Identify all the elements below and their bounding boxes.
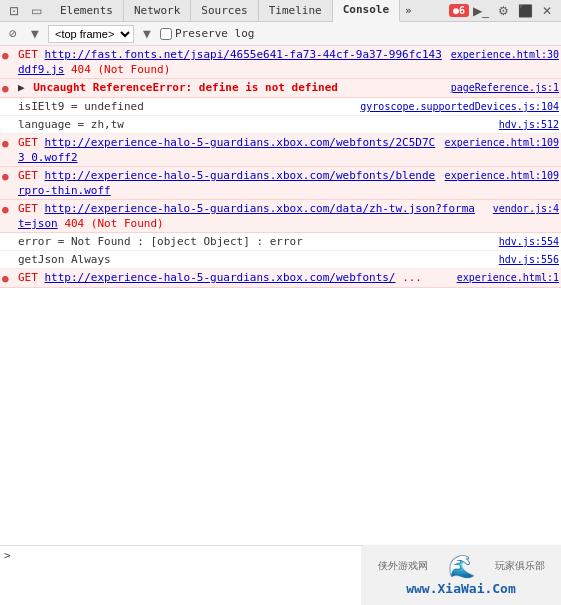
tab-right-controls: ●6 ▶_ ⚙ ⬛ ✕: [449, 2, 557, 20]
row-source[interactable]: gyroscope.supportedDevices.js:104: [356, 99, 559, 114]
row-body: ▶ Uncaught ReferenceError: define is not…: [18, 80, 447, 95]
row-source[interactable]: hdv.js:554: [479, 234, 559, 249]
console-row: language = zh,tw hdv.js:512: [0, 116, 561, 134]
watermark-site1: 侠外游戏网: [378, 559, 428, 573]
tab-bar: ⊡ ▭ Elements Network Sources Timeline Co…: [0, 0, 561, 22]
watermark-url: www.XiaWai.Com: [406, 581, 516, 596]
row-source[interactable]: experience.html:1: [453, 270, 559, 285]
error-icon: ●: [2, 201, 18, 217]
close-button[interactable]: ✕: [537, 2, 557, 20]
console-row: getJson Always hdv.js:556: [0, 251, 561, 269]
row-body: GET http://experience-halo-5-guardians.x…: [18, 201, 479, 231]
tab-sources[interactable]: Sources: [191, 0, 258, 22]
console-toolbar: ⊘ ▼ <top frame> ▼ Preserve log: [0, 22, 561, 46]
row-icon: [2, 234, 18, 235]
error-icon: ●: [2, 47, 18, 63]
dock-button[interactable]: ⬛: [515, 2, 535, 20]
watermark: 侠外游戏网 🌊 玩家俱乐部 www.XiaWai.Com: [361, 545, 561, 605]
row-body: getJson Always: [18, 252, 479, 267]
frame-select[interactable]: <top frame>: [48, 25, 134, 43]
inspect-icon-button[interactable]: ⊡: [4, 2, 24, 20]
tab-console[interactable]: Console: [333, 0, 400, 22]
console-row: ● GET http://fast.fonts.net/jsapi/4655e6…: [0, 46, 561, 79]
row-source[interactable]: hdv.js:512: [479, 117, 559, 132]
row-body: GET http://experience-halo-5-guardians.x…: [18, 135, 441, 165]
row-body: language = zh,tw: [18, 117, 479, 132]
watermark-site2: 玩家俱乐部: [495, 559, 545, 573]
row-icon: [2, 117, 18, 118]
console-row: isIElt9 = undefined gyroscope.supportedD…: [0, 98, 561, 116]
row-body: GET http://experience-halo-5-guardians.x…: [18, 168, 441, 198]
row-source[interactable]: hdv.js:556: [479, 252, 559, 267]
row-source[interactable]: vendor.js:4: [479, 201, 559, 216]
error-link[interactable]: http://experience-halo-5-guardians.xbox.…: [18, 169, 435, 197]
console-row: ● GET http://experience-halo-5-guardians…: [0, 200, 561, 233]
console-prompt-icon: >: [4, 549, 11, 562]
console-content: ● GET http://fast.fonts.net/jsapi/4655e6…: [0, 46, 561, 545]
row-icon: [2, 252, 18, 253]
clear-console-button[interactable]: ⊘: [4, 25, 22, 43]
console-row: ● ▶ Uncaught ReferenceError: define is n…: [0, 79, 561, 98]
row-body: isIElt9 = undefined: [18, 99, 356, 114]
filter-button[interactable]: ▼: [26, 25, 44, 43]
terminal-button[interactable]: ▶_: [471, 2, 491, 20]
tab-network[interactable]: Network: [124, 0, 191, 22]
row-body: GET http://fast.fonts.net/jsapi/4655e641…: [18, 47, 447, 77]
preserve-log-checkbox[interactable]: [160, 28, 172, 40]
error-icon: ●: [2, 270, 18, 286]
expand-arrow[interactable]: ▶: [18, 81, 25, 94]
error-badge: ●6: [449, 4, 469, 17]
row-body: GET http://experience-halo-5-guardians.x…: [18, 270, 453, 285]
row-source[interactable]: experience.html:109: [441, 168, 559, 183]
preserve-log-option: Preserve log: [160, 27, 254, 40]
tab-icons: ⊡ ▭: [4, 2, 46, 20]
tab-more-button[interactable]: »: [400, 2, 417, 19]
row-source[interactable]: pageReference.js:1: [447, 80, 559, 95]
error-icon: ●: [2, 168, 18, 184]
row-icon: [2, 99, 18, 100]
console-row: ● GET http://experience-halo-5-guardians…: [0, 134, 561, 167]
tab-timeline[interactable]: Timeline: [259, 0, 333, 22]
frame-dropdown-arrow[interactable]: ▼: [138, 25, 156, 43]
row-body: error = Not Found : [object Object] : er…: [18, 234, 479, 249]
error-icon: ●: [2, 135, 18, 151]
row-source[interactable]: experience.html:109: [441, 135, 559, 150]
tab-elements[interactable]: Elements: [50, 0, 124, 22]
error-link[interactable]: http://experience-halo-5-guardians.xbox.…: [45, 271, 396, 284]
console-row: error = Not Found : [object Object] : er…: [0, 233, 561, 251]
row-source[interactable]: experience.html:30: [447, 47, 559, 62]
error-icon: ●: [2, 80, 18, 96]
error-link[interactable]: http://experience-halo-5-guardians.xbox.…: [18, 136, 435, 164]
device-icon-button[interactable]: ▭: [26, 2, 46, 20]
settings-button[interactable]: ⚙: [493, 2, 513, 20]
console-row: ● GET http://experience-halo-5-guardians…: [0, 167, 561, 200]
console-row: ● GET http://experience-halo-5-guardians…: [0, 269, 561, 288]
